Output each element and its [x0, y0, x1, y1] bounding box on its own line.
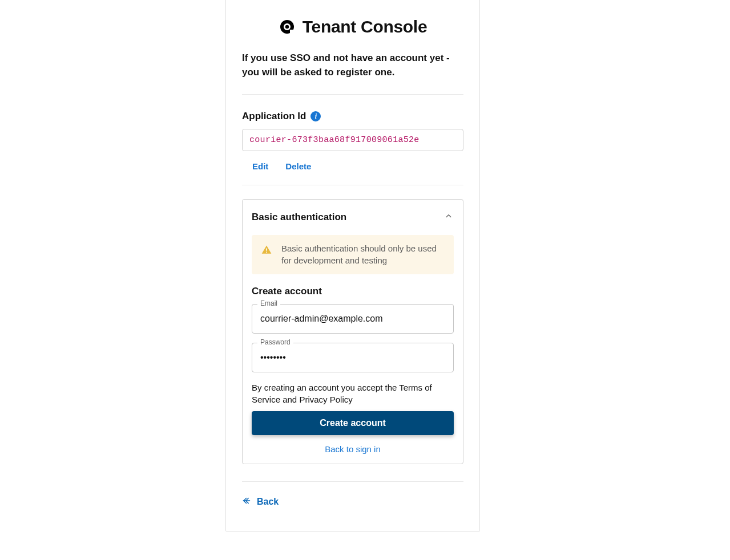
email-field-wrap: Email: [252, 304, 454, 334]
delete-button[interactable]: Delete: [285, 161, 311, 171]
basic-auth-body: Basic authentication should only be used…: [243, 235, 463, 464]
divider: [242, 185, 463, 185]
svg-point-2: [285, 25, 289, 29]
title-row: Tenant Console: [242, 0, 463, 47]
back-button[interactable]: Back: [257, 497, 279, 507]
edit-button[interactable]: Edit: [252, 161, 268, 171]
password-field-wrap: Password: [252, 343, 454, 372]
chevron-up-icon: [443, 211, 454, 224]
basic-auth-panel: Basic authentication: [242, 199, 463, 464]
card-inner: Tenant Console If you use SSO and not ha…: [226, 0, 479, 508]
create-account-title: Create account: [252, 286, 454, 297]
app-id-label: Application Id: [242, 111, 306, 122]
warning-text: Basic authentication should only be used…: [281, 243, 445, 266]
page-title: Tenant Console: [303, 17, 427, 36]
svg-rect-4: [291, 30, 295, 35]
create-account-button[interactable]: Create account: [252, 411, 454, 435]
main-card: Tenant Console If you use SSO and not ha…: [225, 0, 480, 531]
basic-auth-header[interactable]: Basic authentication: [243, 200, 463, 235]
info-icon[interactable]: i: [310, 111, 321, 121]
app-id-actions: Edit Delete: [242, 151, 463, 185]
warning-alert: Basic authentication should only be used…: [252, 235, 454, 274]
back-to-signin-link[interactable]: Back to sign in: [325, 444, 381, 454]
back-to-signin-wrap: Back to sign in: [252, 444, 454, 455]
svg-rect-5: [266, 249, 267, 251]
email-label: Email: [257, 299, 280, 307]
page-subtitle: If you use SSO and not have an account y…: [242, 47, 463, 94]
warning-icon: [261, 244, 272, 258]
password-label: Password: [257, 338, 293, 346]
basic-auth-title: Basic authentication: [252, 212, 346, 223]
page: Tenant Console If you use SSO and not ha…: [0, 0, 730, 560]
arrow-left-icon: [242, 496, 252, 508]
svg-rect-6: [266, 252, 267, 253]
app-id-label-row: Application Id i: [242, 95, 463, 129]
password-field[interactable]: [252, 343, 454, 372]
app-logo-icon: [279, 18, 296, 35]
app-id-value: courier-673f3baa68f917009061a52e: [242, 129, 463, 151]
back-row[interactable]: Back: [242, 482, 463, 508]
terms-text: By creating an account you accept the Te…: [252, 382, 454, 405]
email-field[interactable]: [252, 304, 454, 334]
